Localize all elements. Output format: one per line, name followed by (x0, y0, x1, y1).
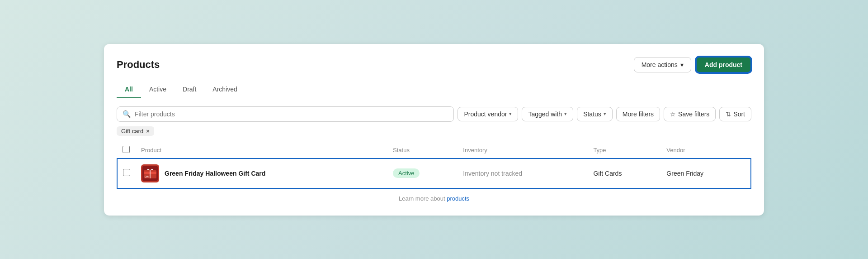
product-info: Gift Green Friday Halloween Gift Card (141, 164, 382, 182)
svg-text:Gift: Gift (145, 175, 149, 178)
gift-card-thumb-svg: Gift (142, 166, 158, 181)
header-actions: More actions ▾ Add product (634, 57, 751, 73)
tag-row: Gift card × (117, 126, 751, 136)
tab-draft[interactable]: Draft (175, 81, 204, 98)
inventory-cell: Inventory not tracked (458, 158, 588, 188)
product-name: Green Friday Halloween Gift Card (165, 170, 265, 177)
search-box: 🔍 (117, 106, 454, 122)
search-icon: 🔍 (123, 110, 131, 118)
tab-all[interactable]: All (117, 81, 141, 98)
select-all-header (117, 142, 136, 158)
remove-tag-button[interactable]: × (146, 128, 150, 134)
page-title: Products (117, 59, 160, 71)
row-checkbox-cell (117, 158, 136, 188)
vendor-cell: Green Friday (661, 158, 751, 188)
chevron-down-icon: ▾ (509, 111, 512, 117)
gift-card-tag-chip: Gift card × (117, 126, 154, 136)
type-column-header: Type (588, 142, 661, 158)
search-input[interactable] (135, 110, 448, 118)
type-value: Gift Cards (593, 170, 622, 177)
save-filters-button[interactable]: ☆ Save filters (664, 107, 716, 121)
status-column-header: Status (387, 142, 458, 158)
product-column-header: Product (136, 142, 387, 158)
add-product-button[interactable]: Add product (696, 57, 751, 73)
products-card: Products More actions ▾ Add product All … (104, 44, 764, 216)
page-header: Products More actions ▾ Add product (117, 57, 751, 73)
inventory-column-header: Inventory (458, 142, 588, 158)
status-badge: Active (393, 168, 420, 178)
table-row[interactable]: Gift Green Friday Halloween Gift Card Ac… (117, 158, 751, 188)
sort-icon: ⇅ (726, 110, 731, 118)
table-header-row: Product Status Inventory Type Vendor (117, 142, 751, 158)
inventory-value: Inventory not tracked (463, 170, 522, 177)
products-learn-more-link[interactable]: products (447, 195, 469, 202)
product-vendor-filter-button[interactable]: Product vendor ▾ (458, 107, 518, 121)
product-cell: Gift Green Friday Halloween Gift Card (136, 158, 387, 188)
footer-note: Learn more about products (117, 189, 751, 203)
status-cell: Active (387, 158, 458, 188)
chevron-down-icon: ▾ (564, 111, 567, 117)
star-icon: ☆ (670, 110, 676, 118)
vendor-value: Green Friday (666, 170, 703, 177)
more-actions-button[interactable]: More actions ▾ (634, 57, 691, 72)
vendor-column-header: Vendor (661, 142, 751, 158)
sort-button[interactable]: ⇅ Sort (719, 107, 751, 121)
tab-archived[interactable]: Archived (204, 81, 245, 98)
status-filter-button[interactable]: Status ▾ (577, 107, 613, 121)
row-checkbox[interactable] (123, 169, 130, 176)
tag-label: Gift card (121, 128, 143, 134)
more-actions-label: More actions (642, 61, 678, 68)
product-thumbnail: Gift (141, 164, 159, 182)
filter-row: 🔍 Product vendor ▾ Tagged with ▾ Status … (117, 106, 751, 122)
thumbnail-image: Gift (141, 164, 159, 182)
chevron-down-icon: ▾ (604, 111, 606, 117)
chevron-down-icon: ▾ (680, 61, 684, 68)
tab-active[interactable]: Active (141, 81, 175, 98)
products-table: Product Status Inventory Type Vendor (117, 142, 751, 189)
select-all-checkbox[interactable] (123, 146, 130, 153)
tagged-with-filter-button[interactable]: Tagged with ▾ (522, 107, 573, 121)
more-filters-button[interactable]: More filters (616, 107, 660, 121)
tab-bar: All Active Draft Archived (117, 81, 751, 98)
type-cell: Gift Cards (588, 158, 661, 188)
